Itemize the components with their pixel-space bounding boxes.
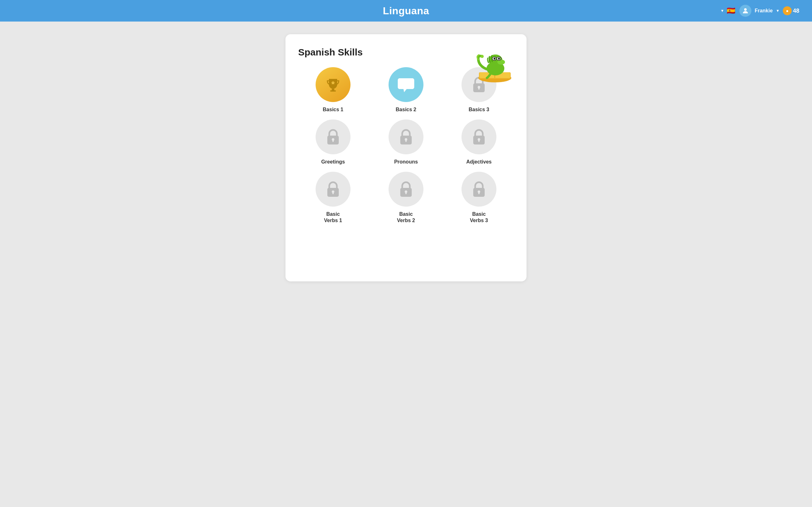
lock-icon [326, 181, 340, 198]
skill-label-basic-verbs-1: BasicVerbs 1 [324, 211, 342, 224]
coin-count: 48 [793, 8, 799, 14]
header: Linguana ▼ 🇪🇸 Frankie ▼ ● 48 [0, 0, 812, 21]
skill-label-basic-verbs-3: BasicVerbs 3 [470, 211, 488, 224]
skill-circle-pronouns [389, 119, 423, 154]
avatar [740, 5, 751, 17]
coin-icon: ● [783, 6, 792, 15]
skill-circle-greetings [316, 119, 351, 154]
skill-item-basics-2[interactable]: Basics 2 [371, 67, 441, 113]
skill-item-adjectives: Adjectives [444, 119, 514, 165]
skill-item-pronouns: Pronouns [371, 119, 441, 165]
skill-circle-adjectives [461, 119, 496, 154]
skills-grid: Basics 1 Basics 2 Basics 3 Greetings [298, 67, 514, 224]
lock-icon [399, 129, 413, 145]
mascot-image [473, 41, 517, 85]
language-chevron-icon: ▼ [720, 9, 724, 13]
skill-label-basics-1: Basics 1 [323, 107, 344, 113]
skill-circle-basic-verbs-2 [389, 172, 423, 207]
svg-rect-27 [405, 139, 407, 142]
username: Frankie [755, 8, 773, 14]
main-content: Spanish Skills [0, 21, 812, 294]
svg-point-9 [494, 58, 496, 60]
user-chevron-icon: ▼ [776, 9, 780, 13]
svg-point-0 [744, 8, 747, 11]
flag-icon: 🇪🇸 [725, 5, 736, 16]
skill-label-greetings: Greetings [321, 159, 345, 165]
skill-circle-basics-2[interactable] [389, 67, 423, 102]
skill-item-basic-verbs-2: BasicVerbs 2 [371, 172, 441, 224]
svg-rect-17 [330, 90, 336, 92]
lock-icon [472, 129, 486, 145]
skill-circle-basics-1[interactable] [316, 67, 351, 102]
lock-icon [472, 181, 486, 198]
skill-item-greetings: Greetings [298, 119, 368, 165]
header-right: ▼ 🇪🇸 Frankie ▼ ● 48 [720, 5, 799, 17]
svg-rect-39 [478, 192, 479, 194]
app-title: Linguana [383, 5, 429, 17]
skill-label-basics-2: Basics 2 [396, 107, 416, 113]
skill-item-basic-verbs-1: BasicVerbs 1 [298, 172, 368, 224]
skill-label-basic-verbs-2: BasicVerbs 2 [397, 211, 415, 224]
lock-icon [326, 129, 340, 145]
skill-circle-basic-verbs-3 [461, 172, 496, 207]
skills-card: Spanish Skills [286, 34, 526, 281]
skill-item-basic-verbs-3: BasicVerbs 3 [444, 172, 514, 224]
chat-icon [397, 76, 415, 93]
svg-rect-36 [405, 192, 407, 194]
skill-item-basics-1[interactable]: Basics 1 [298, 67, 368, 113]
skill-label-pronouns: Pronouns [394, 159, 418, 165]
svg-rect-30 [478, 139, 479, 142]
svg-rect-24 [333, 139, 334, 142]
trophy-icon [325, 76, 341, 93]
svg-rect-21 [478, 87, 479, 90]
coin-display: ● 48 [783, 6, 799, 15]
skill-label-basics-3: Basics 3 [469, 107, 490, 113]
skill-circle-basic-verbs-1 [316, 172, 351, 207]
svg-point-15 [480, 55, 484, 58]
language-selector[interactable]: ▼ 🇪🇸 [720, 5, 736, 16]
skill-label-adjectives: Adjectives [466, 159, 492, 165]
svg-rect-33 [333, 192, 334, 194]
lock-icon [399, 181, 413, 198]
svg-point-12 [498, 58, 500, 60]
